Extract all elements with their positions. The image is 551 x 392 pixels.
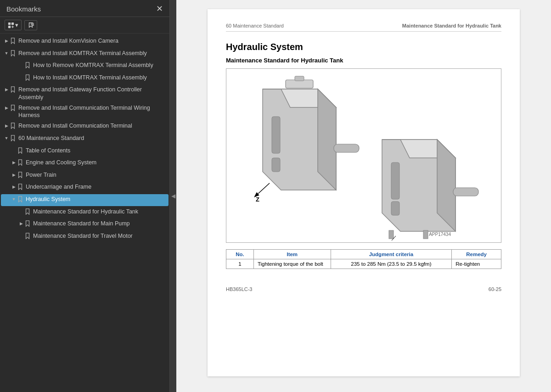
- page-header-right: Maintenance Standard for Hydraulic Tank: [402, 23, 501, 28]
- bookmark-label: Remove and Install KOMTRAX Terminal Asse…: [18, 50, 167, 57]
- expand-arrow[interactable]: [10, 183, 17, 190]
- expand-arrow[interactable]: [3, 104, 10, 111]
- bookmark-tree: Remove and Install KomVision Camera Remo…: [0, 34, 169, 392]
- cell-no: 1: [226, 259, 254, 269]
- expand-arrow[interactable]: [10, 159, 17, 166]
- bookmark-label: How to Install KOMTRAX Terminal Assembly: [33, 74, 167, 81]
- svg-text:APP17434: APP17434: [429, 232, 451, 237]
- svg-rect-0: [8, 22, 11, 24]
- expand-arrow[interactable]: [17, 232, 25, 233]
- bookmark-icon: [17, 147, 24, 156]
- bookmark-label: Remove and Install Communication Termina…: [18, 122, 167, 129]
- bookmark-item[interactable]: Hydraulic System: [1, 194, 169, 206]
- svg-rect-21: [391, 202, 399, 215]
- bookmark-item[interactable]: Remove and Install Gateway Function Cont…: [1, 84, 169, 102]
- table-row: 1 Tightening torque of the bolt 235 to 2…: [226, 259, 501, 269]
- bookmark-label: Undercarriage and Frame: [26, 183, 167, 190]
- svg-rect-13: [295, 76, 304, 81]
- expand-arrow[interactable]: [3, 50, 10, 56]
- bookmark-search-button[interactable]: [24, 20, 37, 30]
- bookmark-icon: [25, 74, 31, 83]
- expand-all-button[interactable]: ▾: [5, 20, 22, 30]
- bookmark-icon: [17, 171, 24, 180]
- page-header-left: 60 Maintenance Standard: [226, 23, 284, 28]
- expand-arrow[interactable]: [17, 220, 25, 227]
- bookmark-item[interactable]: Remove and Install KOMTRAX Terminal Asse…: [1, 48, 169, 60]
- expand-arrow[interactable]: [10, 147, 17, 147]
- svg-rect-10: [272, 117, 280, 153]
- page-footer: HB365LC-3 60-25: [226, 283, 501, 292]
- bookmark-item[interactable]: Remove and Install Communication Termina…: [1, 121, 169, 133]
- expand-arrow[interactable]: [3, 122, 10, 129]
- bookmark-icon: [10, 104, 17, 113]
- bookmark-item[interactable]: Table of Contents: [1, 146, 169, 157]
- bookmark-item[interactable]: Remove and Install KomVision Camera: [1, 36, 169, 48]
- svg-rect-23: [389, 230, 394, 239]
- bookmark-search-icon: [28, 22, 34, 28]
- expand-arrow[interactable]: [17, 62, 25, 62]
- bookmark-label: Remove and Install KomVision Camera: [18, 37, 167, 45]
- expand-arrow[interactable]: [3, 134, 10, 141]
- svg-rect-1: [11, 22, 14, 24]
- bookmark-label: Remove and Install Communication Termina…: [18, 104, 167, 119]
- col-header-no: No.: [226, 250, 254, 259]
- bookmark-icon: [10, 50, 17, 59]
- close-button[interactable]: ✕: [156, 5, 163, 13]
- collapse-arrow-icon: ◀: [171, 193, 175, 199]
- bookmark-item[interactable]: Maintenance Standard for Main Pump: [1, 218, 169, 230]
- subsection-title: Maintenance Standard for Hydraulic Tank: [226, 57, 501, 64]
- bookmark-item[interactable]: Power Train: [1, 170, 169, 182]
- svg-rect-24: [423, 230, 428, 239]
- col-header-remedy: Remedy: [452, 250, 501, 259]
- expand-arrow[interactable]: [10, 171, 17, 178]
- sidebar-toolbar: ▾: [0, 17, 169, 34]
- bookmark-item[interactable]: Undercarriage and Frame: [1, 182, 169, 194]
- bookmark-label: 60 Maintenance Standard: [18, 134, 167, 142]
- cell-remedy: Re-tighten: [452, 259, 501, 269]
- col-header-judgment: Judgment criteria: [331, 250, 452, 259]
- bookmark-item[interactable]: How to Install KOMTRAX Terminal Assembly: [1, 73, 169, 84]
- svg-rect-22: [453, 188, 478, 196]
- cell-item: Tightening torque of the bolt: [253, 259, 331, 269]
- bookmark-item[interactable]: Maintenance Standard for Travel Motor: [1, 231, 169, 243]
- svg-rect-20: [391, 162, 399, 199]
- cell-judgment: 235 to 285 Nm (23.5 to 29.5 kgfm): [331, 259, 452, 269]
- bookmark-icon: [25, 62, 31, 71]
- bookmark-icon: [10, 37, 17, 46]
- expand-arrow[interactable]: [17, 74, 25, 74]
- page-header-bar: 60 Maintenance Standard Maintenance Stan…: [226, 23, 501, 32]
- footer-right: 60-25: [489, 286, 501, 292]
- bookmark-item[interactable]: Engine and Cooling System: [1, 157, 169, 169]
- expand-arrow[interactable]: [17, 208, 25, 208]
- expand-dropdown-arrow: ▾: [15, 22, 18, 28]
- bookmark-item[interactable]: How to Remove KOMTRAX Terminal Assembly: [1, 60, 169, 72]
- expand-arrow[interactable]: [3, 37, 10, 44]
- svg-line-15: [258, 183, 270, 194]
- bookmark-icon: [10, 86, 17, 95]
- main-content: 60 Maintenance Standard Maintenance Stan…: [176, 0, 551, 392]
- bookmark-label: How to Remove KOMTRAX Terminal Assembly: [33, 62, 167, 69]
- bookmark-icon: [25, 232, 31, 241]
- bookmark-icon: [17, 159, 24, 168]
- bookmark-label: Maintenance Standard for Main Pump: [33, 220, 167, 227]
- bookmark-label: Power Train: [26, 171, 167, 179]
- bookmark-item[interactable]: Remove and Install Communication Termina…: [1, 103, 169, 121]
- expand-icon: [8, 22, 14, 28]
- bookmark-icon: [17, 196, 24, 205]
- sidebar: Bookmarks ✕ ▾ Remove and Install KomVisi…: [0, 0, 170, 392]
- collapse-panel-handle[interactable]: ◀: [170, 0, 176, 392]
- col-header-item: Item: [253, 250, 331, 259]
- svg-rect-2: [8, 25, 11, 28]
- bookmark-icon: [10, 122, 17, 131]
- bookmark-icon: [25, 220, 31, 229]
- bookmark-label: Maintenance Standard for Hydraulic Tank: [33, 208, 167, 215]
- bookmark-icon: [17, 183, 24, 192]
- bookmark-item[interactable]: 60 Maintenance Standard: [1, 133, 169, 145]
- svg-rect-12: [286, 80, 313, 88]
- bookmark-label: Remove and Install Gateway Function Cont…: [18, 86, 167, 101]
- bookmark-item[interactable]: Maintenance Standard for Hydraulic Tank: [1, 207, 169, 218]
- expand-arrow[interactable]: [3, 86, 10, 93]
- expand-arrow[interactable]: [10, 196, 17, 202]
- bookmark-label: Maintenance Standard for Travel Motor: [33, 232, 167, 240]
- sidebar-title: Bookmarks: [6, 5, 41, 13]
